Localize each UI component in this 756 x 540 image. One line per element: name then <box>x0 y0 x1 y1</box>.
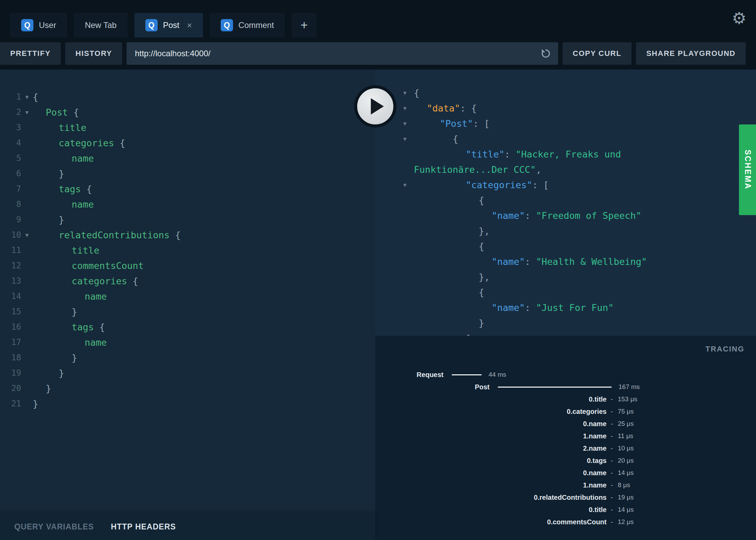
http-headers-tab[interactable]: HTTP HEADERS <box>111 522 176 531</box>
tracing-label: 2.name <box>375 445 607 452</box>
line-number: 14 <box>0 289 21 304</box>
settings-icon[interactable]: ⚙ <box>732 10 746 27</box>
line-number: 10 <box>0 227 21 243</box>
tracing-dash: - <box>611 494 613 501</box>
fold-arrow-icon <box>21 350 33 365</box>
tracing-dash: - <box>611 481 613 489</box>
fold-arrow-icon[interactable]: ▾ <box>403 116 407 131</box>
tab-label: Comment <box>238 20 274 30</box>
query-line: 17name <box>0 335 375 350</box>
query-code: relatedContributions { <box>33 227 181 243</box>
fold-arrow-icon[interactable]: ▾ <box>21 89 33 105</box>
query-line: 15} <box>0 304 375 319</box>
reload-icon[interactable] <box>540 47 552 60</box>
fold-arrow-icon <box>21 120 33 135</box>
line-number: 12 <box>0 258 21 273</box>
tab-bar: QUserNew TabQPost×QComment+ ⚙ <box>0 0 756 38</box>
fold-arrow-icon <box>21 365 33 381</box>
prettify-button[interactable]: PRETTIFY <box>0 42 61 65</box>
tab-label: Post <box>163 20 179 30</box>
query-editor[interactable]: 1▾{2▾Post {3title4categories {5name6}7ta… <box>0 70 375 514</box>
tab-comment[interactable]: QComment <box>210 13 285 38</box>
fold-arrow-icon <box>21 381 33 396</box>
tracing-row: 1.name-11 μs <box>375 430 756 442</box>
tab-user[interactable]: QUser <box>10 13 67 38</box>
line-number: 11 <box>0 243 21 258</box>
response-line: "name": "Just For Fun" <box>375 300 756 315</box>
line-number: 18 <box>0 350 21 365</box>
query-line: 10▾relatedContributions { <box>0 227 375 243</box>
close-tab-icon[interactable]: × <box>187 21 192 30</box>
fold-arrow-icon[interactable]: ▾ <box>403 85 407 101</box>
response-viewer: ▾{▾"data": {▾"Post": [▾{"title": "Hacker… <box>375 70 756 336</box>
query-code: name <box>33 335 107 350</box>
schema-tab[interactable]: SCHEMA <box>739 124 756 215</box>
tracing-label: 1.name <box>375 481 607 489</box>
tabs: QUserNew TabQPost×QComment+ <box>10 13 317 38</box>
query-line: 12commentsCount <box>0 258 375 273</box>
response-code: { <box>375 239 756 254</box>
query-line: 6} <box>0 166 375 181</box>
tracing-value: 14 μs <box>618 469 634 477</box>
tracing-dash: - <box>611 408 613 416</box>
response-code: }, <box>375 269 756 285</box>
fold-arrow-icon[interactable]: ▾ <box>403 177 407 193</box>
share-playground-button[interactable]: SHARE PLAYGROUND <box>636 42 746 65</box>
tab-new-tab[interactable]: New Tab <box>74 13 128 38</box>
query-line: 2▾Post { <box>0 105 375 120</box>
query-code: categories { <box>33 273 138 289</box>
fold-arrow-icon[interactable]: ▾ <box>403 101 407 116</box>
tracing-dash: - <box>611 445 613 452</box>
tracing-dash: - <box>611 395 613 403</box>
query-code: } <box>33 166 64 181</box>
query-line: 19} <box>0 365 375 381</box>
execute-button[interactable] <box>354 85 396 127</box>
tracing-rows: Request44 msPost167 ms0.title-153 μs0.ca… <box>375 369 756 528</box>
tracing-row: 0.commentsCount-12 μs <box>375 516 756 528</box>
new-tab-button[interactable]: + <box>292 13 317 38</box>
tracing-value: 44 ms <box>489 371 506 378</box>
response-line: "title": "Hacker, Freaks und <box>375 147 756 162</box>
tracing-row: Request44 ms <box>375 369 756 381</box>
tracing-row: 0.title-14 μs <box>375 504 756 516</box>
query-variables-tab[interactable]: QUERY VARIABLES <box>14 522 94 531</box>
fold-arrow-icon <box>21 151 33 166</box>
query-code: name <box>33 289 107 304</box>
tab-label: User <box>39 20 56 30</box>
copy-curl-button[interactable]: COPY CURL <box>563 42 632 65</box>
query-code: title <box>33 120 86 135</box>
line-number: 1 <box>0 89 21 105</box>
response-line: { <box>375 285 756 300</box>
endpoint-url-input[interactable] <box>127 42 558 65</box>
line-number: 7 <box>0 181 21 197</box>
query-line: 1▾{ <box>0 89 375 105</box>
tracing-row: 0.name-25 μs <box>375 418 756 430</box>
response-code: "name": "Health & Wellbeing" <box>375 254 756 269</box>
line-number: 3 <box>0 120 21 135</box>
query-code: name <box>33 151 94 166</box>
fold-arrow-icon <box>21 335 33 350</box>
query-line: 11title <box>0 243 375 258</box>
fold-arrow-icon[interactable]: ▾ <box>21 227 33 243</box>
response-code: { <box>375 131 756 147</box>
tracing-dash: - <box>611 432 613 440</box>
tracing-panel: TRACING Request44 msPost167 ms0.title-15… <box>375 336 756 540</box>
query-line: 21} <box>0 396 375 411</box>
tracing-label: 0.commentsCount <box>375 518 607 526</box>
fold-arrow-icon <box>21 258 33 273</box>
tracing-title: TRACING <box>375 345 756 354</box>
tab-post[interactable]: QPost× <box>134 13 203 38</box>
play-icon <box>371 98 384 115</box>
line-number: 9 <box>0 212 21 227</box>
tracing-value: 75 μs <box>618 408 634 415</box>
fold-arrow-icon[interactable]: ▾ <box>403 131 407 147</box>
tab-label: New Tab <box>85 20 117 30</box>
fold-arrow-icon <box>21 396 33 411</box>
tracing-value: 25 μs <box>618 420 634 427</box>
response-line: }, <box>375 269 756 285</box>
fold-arrow-icon[interactable]: ▾ <box>21 105 33 120</box>
graphql-q-icon: Q <box>145 19 158 31</box>
history-button[interactable]: HISTORY <box>65 42 122 65</box>
query-line: 16tags { <box>0 319 375 335</box>
tracing-value: 8 μs <box>618 481 630 489</box>
